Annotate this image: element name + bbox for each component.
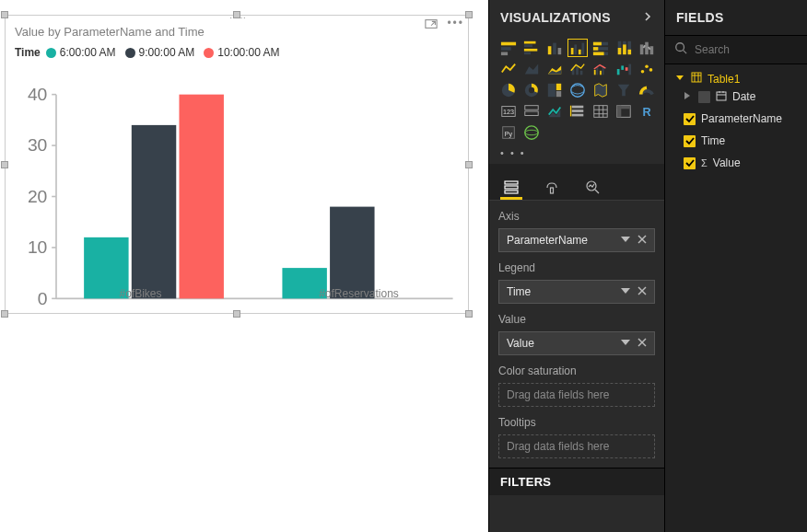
stacked-area-icon[interactable] xyxy=(544,60,565,78)
field-time-checkbox[interactable] xyxy=(684,135,696,147)
matrix-icon[interactable] xyxy=(614,102,634,121)
field-row-value[interactable]: Σ Value xyxy=(674,152,807,174)
resize-handle-ne[interactable] xyxy=(465,11,473,18)
well-axis-remove-icon[interactable] xyxy=(637,234,647,247)
well-legend-slot[interactable]: Time xyxy=(498,280,655,304)
well-legend-dropdown-icon[interactable] xyxy=(621,285,630,298)
tab-analytics[interactable] xyxy=(581,176,603,200)
fields-panel-header[interactable]: FIELDS xyxy=(665,0,807,35)
svg-rect-26 xyxy=(548,46,552,54)
field-date-checkbox[interactable] xyxy=(698,91,710,103)
table-icon[interactable] xyxy=(591,102,611,121)
resize-handle-nw[interactable] xyxy=(1,11,8,18)
field-row-parametername[interactable]: ParameterName xyxy=(674,108,807,130)
tab-format[interactable] xyxy=(541,176,563,200)
clustered-column-icon[interactable] xyxy=(567,39,588,57)
stacked-column-icon[interactable] xyxy=(544,39,565,57)
treemap-icon[interactable] xyxy=(544,81,565,99)
svg-point-64 xyxy=(649,68,653,72)
well-axis-dropdown-icon[interactable] xyxy=(621,234,630,247)
gauge-icon[interactable] xyxy=(637,81,657,99)
clustered-bar-icon[interactable] xyxy=(521,39,542,57)
visual-more-options-icon[interactable]: ••• xyxy=(447,17,464,30)
donut-icon[interactable] xyxy=(521,81,542,99)
resize-handle-sw[interactable] xyxy=(1,310,8,318)
tab-fields[interactable] xyxy=(500,176,522,200)
date-hierarchy-expand-icon[interactable] xyxy=(682,90,693,104)
svg-text:30: 30 xyxy=(28,135,47,155)
well-value-dropdown-icon[interactable] xyxy=(621,337,630,350)
well-axis-slot[interactable]: ParameterName xyxy=(498,228,655,252)
line-clustered-column-icon[interactable] xyxy=(591,60,611,78)
hundred-stacked-bar-icon[interactable] xyxy=(591,39,611,57)
svg-rect-44 xyxy=(628,50,632,54)
field-well-tabs xyxy=(489,164,664,201)
r-visual-icon[interactable]: R xyxy=(637,102,657,121)
resize-handle-s[interactable] xyxy=(233,310,240,318)
chart-plot-area[interactable]: 010203040 xyxy=(15,86,459,307)
arcgis-icon[interactable] xyxy=(521,123,542,142)
stacked-bar-icon[interactable] xyxy=(498,39,519,57)
area-chart-icon[interactable] xyxy=(521,60,542,78)
well-tooltips-dropzone[interactable]: Drag data fields here xyxy=(498,434,655,458)
svg-rect-113 xyxy=(692,73,701,82)
legend-label-2: 9:00:00 AM xyxy=(139,46,195,59)
well-value-remove-icon[interactable] xyxy=(637,337,647,350)
svg-rect-19 xyxy=(501,42,516,46)
svg-rect-82 xyxy=(594,106,607,118)
svg-rect-56 xyxy=(600,71,602,75)
legend-swatch-1 xyxy=(46,48,56,58)
svg-rect-20 xyxy=(501,47,511,51)
line-stacked-column-icon[interactable] xyxy=(567,60,588,78)
svg-rect-38 xyxy=(593,52,604,56)
report-canvas[interactable]: ⋯⋯ ••• Value by ParameterName and Time T… xyxy=(0,0,488,532)
line-chart-icon[interactable] xyxy=(498,60,519,78)
legend-item-1[interactable]: 6:00:00 AM xyxy=(46,46,116,59)
field-parametername-checkbox[interactable] xyxy=(684,113,696,125)
legend-item-2[interactable]: 9:00:00 AM xyxy=(125,46,195,59)
well-value-label: Value xyxy=(498,313,655,326)
visualization-gallery-more[interactable]: • • • xyxy=(489,144,664,164)
svg-rect-54 xyxy=(594,70,596,75)
multi-row-card-icon[interactable] xyxy=(521,102,542,121)
field-time-name: Time xyxy=(701,134,807,147)
visualizations-panel-header[interactable]: VISUALIZATIONS xyxy=(489,0,664,35)
collapse-visualizations-icon[interactable] xyxy=(642,10,653,25)
waterfall-icon[interactable] xyxy=(614,60,634,78)
kpi-icon[interactable] xyxy=(544,102,565,121)
well-tooltips: Tooltips Drag data fields here xyxy=(498,416,655,458)
map-icon[interactable] xyxy=(567,81,588,99)
svg-rect-47 xyxy=(650,46,654,54)
well-color-dropzone[interactable]: Drag data fields here xyxy=(498,383,655,407)
focus-mode-icon[interactable] xyxy=(425,17,438,30)
ribbon-chart-icon[interactable] xyxy=(637,39,657,57)
filters-panel-header[interactable]: FILTERS xyxy=(489,468,664,495)
funnel-icon[interactable] xyxy=(614,81,634,99)
fields-search-row[interactable] xyxy=(665,35,807,64)
card-icon[interactable]: 123 xyxy=(498,102,519,121)
fields-search-input[interactable] xyxy=(695,43,807,56)
py-visual-icon[interactable]: Py xyxy=(498,123,519,142)
hundred-stacked-column-icon[interactable] xyxy=(614,39,634,57)
svg-rect-32 xyxy=(582,43,585,55)
field-row-time[interactable]: Time xyxy=(674,130,807,152)
well-legend-remove-icon[interactable] xyxy=(637,285,647,298)
pie-icon[interactable] xyxy=(498,81,519,99)
field-value-checkbox[interactable] xyxy=(684,157,696,169)
well-value-slot[interactable]: Value xyxy=(498,331,655,355)
field-row-date[interactable]: Date xyxy=(674,86,807,108)
resize-handle-n[interactable] xyxy=(233,11,240,18)
resize-handle-w[interactable] xyxy=(1,161,8,168)
filled-map-icon[interactable] xyxy=(591,81,611,99)
fields-table-header[interactable]: Table1 xyxy=(674,72,807,86)
visual-clustered-column-chart[interactable]: ⋯⋯ ••• Value by ParameterName and Time T… xyxy=(5,15,469,314)
resize-handle-se[interactable] xyxy=(465,310,473,318)
fields-table-node: Table1 Date ParameterName Time Σ Value xyxy=(665,64,807,181)
chart-legend[interactable]: Time 6:00:00 AM 9:00:00 AM 10:00:00 AM xyxy=(6,39,468,59)
slicer-icon[interactable] xyxy=(567,102,588,121)
resize-handle-e[interactable] xyxy=(465,161,473,168)
x-axis-label-1: #ofBikes xyxy=(31,287,250,304)
svg-rect-76 xyxy=(525,111,538,116)
legend-item-3[interactable]: 10:00:00 AM xyxy=(204,46,279,59)
scatter-icon[interactable] xyxy=(637,60,657,78)
